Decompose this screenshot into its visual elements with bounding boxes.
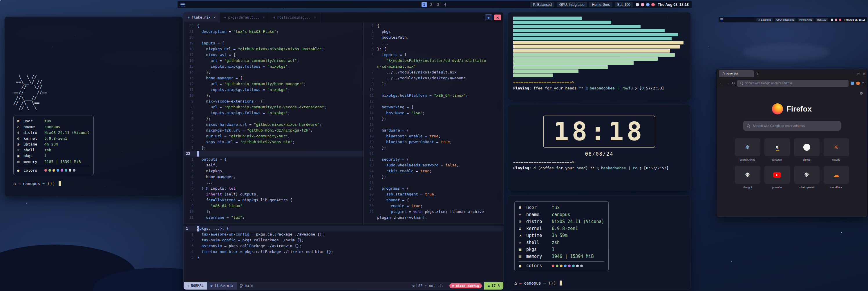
power-icon[interactable] xyxy=(839,19,841,21)
desktop: 1234 P: BalancedGPU: IntegratedHome: 8ms… xyxy=(0,0,868,291)
shortcut-label: amazon xyxy=(765,158,790,161)
editor-pane-iso[interactable]: 1{2 pkgs,3 modulesPath,4 ...5}: {6 impor… xyxy=(364,22,504,225)
editor-pane-flake[interactable]: 22{21 description = "tux's NixOS Flake";… xyxy=(184,22,364,225)
clock-secondary[interactable]: Thu Aug 08, 18:18 xyxy=(844,18,865,21)
shortcut-chat.openai[interactable]: ❋chat.openai xyxy=(794,166,819,189)
volume-icon[interactable] xyxy=(636,3,639,6)
nix-file-icon: ❄ xyxy=(211,284,213,288)
clock-date: 08/08/24 xyxy=(513,151,685,157)
line-number xyxy=(364,64,377,69)
newtab-search-input[interactable]: Search with Google or enter address xyxy=(743,121,841,131)
shortcut-search.nixos[interactable]: ❄search.nixos xyxy=(735,138,761,161)
wifi-icon[interactable] xyxy=(646,3,650,6)
fetch-label: pkgs xyxy=(526,247,552,252)
firefox-tabstrip: New Tab + – □ × xyxy=(717,69,867,79)
fetch-row: ☻usertux xyxy=(519,204,604,211)
shortcut-label: chat.openai xyxy=(794,185,819,189)
workspace-tag-2[interactable]: 2 xyxy=(429,2,434,7)
line-number: 2 xyxy=(184,162,197,168)
line-number: 1 xyxy=(184,145,197,151)
visualizer-bar xyxy=(513,49,670,53)
line-number: 24 xyxy=(364,168,377,174)
uptime-icon: ◔ xyxy=(519,233,526,238)
clock-widget-window[interactable]: 18:18 08/08/24 =======================> … xyxy=(508,104,691,191)
shortcut-label: chatgpt xyxy=(735,185,761,189)
status-pill: Bat: 100 xyxy=(615,2,633,7)
new-tab-button[interactable]: + xyxy=(756,71,758,76)
line-number: 4 xyxy=(184,174,197,180)
shortcut-cloudflare[interactable]: ☁cloudflare xyxy=(824,166,849,189)
line-number: 12 xyxy=(184,81,197,87)
fetch-row: ▥memory2185 | 15394 MiB xyxy=(17,158,90,164)
scroll-percent-segment: ≡ 17 % xyxy=(484,282,503,290)
extension-icon[interactable] xyxy=(857,82,860,85)
close-tab-icon[interactable]: × xyxy=(214,16,216,20)
menu-icon[interactable] xyxy=(720,18,723,22)
shortcut-label: claude xyxy=(824,158,849,161)
music-visualizer-window[interactable]: =======================> Playing: ffee f… xyxy=(508,12,691,100)
window-close-button[interactable]: × xyxy=(494,14,501,20)
line-number: 15 xyxy=(184,64,197,69)
close-button[interactable]: × xyxy=(863,72,865,76)
personalize-gear-icon[interactable]: ⚙ xyxy=(860,91,863,95)
address-bar[interactable]: Search with Google or enter address xyxy=(737,80,849,87)
shortcut-label: youtube xyxy=(765,185,790,189)
code-line: 3 astronvim = pkgs.callPackage ./astronv… xyxy=(184,243,504,249)
shell-icon: » xyxy=(17,148,24,152)
notifications-icon[interactable] xyxy=(641,3,644,6)
code-line: 14 hostName = "iso"; xyxy=(364,110,504,116)
line-number: 23 xyxy=(184,151,197,156)
tab-pkgs-default[interactable]: ❄ pkgs/default... × xyxy=(220,12,269,22)
palette-icon: ● xyxy=(519,263,526,268)
workspace-tag-1[interactable]: 1 xyxy=(422,2,427,7)
status-pill: P: Balanced xyxy=(530,2,554,7)
shortcut-github[interactable]: github xyxy=(794,138,819,161)
shortcut-chatgpt[interactable]: ❋chatgpt xyxy=(735,166,761,189)
fetch-terminal-window[interactable]: ☻usertux⌂hnamecanopus❄distroNixOS 24.11 … xyxy=(508,195,691,290)
fetch-value: NixOS 24.11 (Vicuna) xyxy=(44,130,90,135)
power-icon[interactable] xyxy=(651,3,655,6)
code-line: "${modulesPath}/installer/cd-dvd/install… xyxy=(364,58,504,64)
song-title: d (coffee for your head) ** xyxy=(533,166,595,170)
refresh-button[interactable]: ↻ xyxy=(732,81,735,85)
code-line: 1{ xyxy=(364,23,504,29)
line-number: 4 xyxy=(364,40,377,46)
tab-hosts-iso[interactable]: ❄ hosts/isoImag... × xyxy=(269,12,320,22)
shell-prompt-right[interactable]: ⌂ → canopus ~ ))) xyxy=(514,281,562,286)
editor-pane-pkgs[interactable]: 1{pkgs, ...}: {1 tux-awesome-wm-config =… xyxy=(184,225,504,283)
line-number: 1 xyxy=(184,156,197,162)
back-button[interactable]: ← xyxy=(719,81,723,85)
extension-icon[interactable] xyxy=(851,82,854,85)
shortcut-youtube[interactable]: ▶youtube xyxy=(765,166,790,189)
browser-tab[interactable]: New Tab xyxy=(719,70,754,77)
forward-button[interactable]: → xyxy=(725,81,729,85)
close-tab-icon[interactable]: × xyxy=(263,16,265,20)
eye-toggle-button[interactable]: ◉ xyxy=(485,14,492,20)
terminal-window-left[interactable]: \ \ // ==\__\/ // // \// ==// //== //\__… xyxy=(4,17,183,197)
workspace-tag-4[interactable]: 4 xyxy=(442,2,447,7)
tab-flake-nix[interactable]: ❄ flake.nix × xyxy=(184,12,220,22)
fetch-row: ⌂hnamecanopus xyxy=(519,211,604,218)
fetch-row: »shellzsh xyxy=(17,147,90,153)
close-tab-icon[interactable]: × xyxy=(314,16,316,20)
code-line: 1 outputs = { xyxy=(184,156,364,162)
shortcut-claude[interactable]: ✳claude xyxy=(824,138,849,161)
chevron-icon: ❯ xyxy=(635,86,637,90)
shell-prompt-left[interactable]: ⌂ → canopus ~ ))) xyxy=(13,181,174,186)
menu-button[interactable]: ≡ xyxy=(862,81,864,85)
shortcut-amazon[interactable]: aamazon xyxy=(765,138,790,161)
git-branch-segment: main xyxy=(237,282,257,290)
fetch-label: colors xyxy=(24,168,44,173)
notifications-icon[interactable] xyxy=(835,19,837,21)
palette-dot xyxy=(61,169,63,172)
clock-main[interactable]: Thu Aug 08, 18:18 xyxy=(658,3,689,7)
maximize-button[interactable]: □ xyxy=(858,72,859,76)
line-number: 7 xyxy=(364,69,377,75)
minimize-button[interactable]: – xyxy=(852,72,854,76)
menu-icon[interactable] xyxy=(181,3,185,6)
branch-name: main xyxy=(245,284,253,288)
volume-icon[interactable] xyxy=(831,19,833,21)
workspace-tag-3[interactable]: 3 xyxy=(435,2,441,7)
code-line: 5}: { xyxy=(364,46,504,52)
palette-dot xyxy=(53,169,55,172)
